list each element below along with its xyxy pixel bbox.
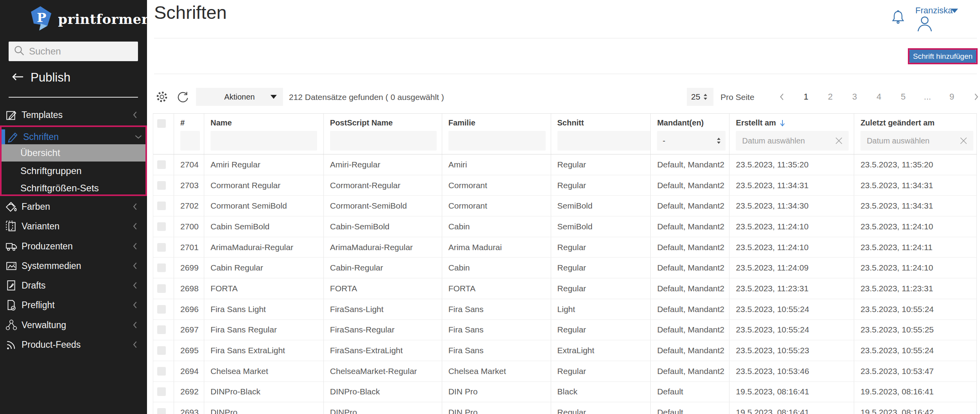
page-button-1[interactable]: 1 [794,89,818,104]
column-header-erstellt[interactable]: Erstellt am [736,118,854,127]
per-page-select[interactable]: 25 [687,88,713,106]
row-checkbox[interactable] [157,263,166,272]
sidebar-item-label: Drafts [22,280,45,291]
table-row: 2704Amiri RegularAmiri-RegularAmiriRegul… [153,154,977,175]
cell-geaendert: 23.5.2023, 11:24:11 [854,237,977,258]
column-header-name[interactable]: Name [211,118,323,127]
row-checkbox[interactable] [157,305,166,314]
sidebar-item-farben[interactable]: Farben [0,197,147,216]
page-button-4[interactable]: 4 [867,89,891,104]
column-header-geaendert[interactable]: Zuletzt geändert am [860,118,976,127]
date-filter-geaendert[interactable]: Datum auswählen [860,131,973,151]
row-checkbox[interactable] [157,284,166,293]
row-checkbox[interactable] [157,325,166,334]
page-button-2[interactable]: 2 [818,89,842,104]
page-button-5[interactable]: 5 [891,89,915,104]
sidebar-item-systemmedien[interactable]: Systemmedien [0,256,147,276]
cell-name: Amiri Regular [204,154,324,175]
sidebar-subitem-schriftgroessen-sets[interactable]: Schriftgrößen-Sets [2,180,145,197]
chevron-left-icon [132,261,138,270]
cell-erstellt: 19.5.2023, 08:16:41 [730,402,854,414]
cell-name: Cormorant SemiBold [204,196,324,216]
row-checkbox[interactable] [157,346,166,355]
cell-geaendert: 23.5.2023, 11:24:10 [854,258,977,278]
page-button-3[interactable]: 3 [842,89,867,104]
refresh-icon[interactable] [176,90,189,105]
sort-descending-icon [779,119,786,127]
dropdown-caret-icon [270,95,277,99]
sidebar-subitem-uebersicht[interactable]: Übersicht [2,144,145,162]
sidebar-item-varianten[interactable]: Varianten [0,216,147,236]
column-header-id[interactable]: # [180,118,204,127]
sidebar-item-label: Systemmedien [22,261,81,271]
variants-icon [5,220,17,232]
row-checkbox[interactable] [157,243,166,252]
page-button-9[interactable]: 9 [940,89,964,104]
next-page-icon[interactable] [964,89,980,104]
user-avatar-icon[interactable] [916,15,933,34]
fonts-table: # Name PostScript Name Familie Schnitt M… [153,113,977,414]
cell-name: Fira Sans Regular [204,320,324,340]
table-header-row: # Name PostScript Name Familie Schnitt M… [153,114,977,154]
filter-input-familie[interactable] [448,131,546,151]
select-all-checkbox[interactable] [157,119,166,128]
sidebar-item-product-feeds[interactable]: Product-Feeds [0,335,147,354]
cell-id: 2704 [174,154,204,175]
row-checkbox[interactable] [157,367,166,376]
table-row: 2703Cormorant RegularCormorant-RegularCo… [153,175,977,196]
row-checkbox[interactable] [157,408,166,414]
sidebar-item-produzenten[interactable]: Produzenten [0,236,147,256]
mandant-filter-value: - [662,136,717,145]
prev-page-icon[interactable] [769,89,794,104]
filter-input-name[interactable] [211,131,317,151]
date-filter-erstellt[interactable]: Datum auswählen [736,131,849,151]
filter-input-postscript[interactable] [330,131,437,151]
sidebar-item-schriften[interactable]: Schriften [2,128,145,146]
column-header-mandant[interactable]: Mandant(en) [657,118,729,127]
sidebar-item-templates[interactable]: Templates [0,105,147,125]
sidebar-item-verwaltung[interactable]: Verwaltung [0,315,147,335]
logo[interactable]: P printformer [30,5,149,33]
cell-id: 2696 [174,299,204,320]
search-icon [13,45,25,58]
row-checkbox[interactable] [157,181,166,190]
sidebar-item-drafts[interactable]: Drafts [0,276,147,295]
pdf-icon [5,280,17,291]
row-checkbox[interactable] [157,160,166,169]
filter-input-id[interactable] [180,131,200,151]
user-menu[interactable]: Franziska [915,5,953,16]
clear-x-icon[interactable] [959,136,968,145]
cell-mandant: Default, Mandant2 [651,278,730,299]
column-header-schnitt[interactable]: Schnitt [557,118,651,127]
row-checkbox[interactable] [157,387,166,396]
column-header-postscript[interactable]: PostScript Name [330,118,442,127]
back-arrow-icon [11,71,24,85]
main-content: Schriften Franziska Schrift hinzufügen A… [147,0,980,414]
templates-icon [5,109,17,121]
clear-x-icon[interactable] [835,136,843,145]
column-header-familie[interactable]: Familie [448,118,551,127]
gear-icon[interactable] [155,90,169,105]
search-input[interactable] [29,46,151,57]
cell-schnitt: Regular [551,402,651,414]
add-font-button[interactable]: Schrift hinzufügen [909,50,976,63]
actions-dropdown[interactable]: Aktionen [196,88,283,106]
user-caret-icon[interactable] [951,9,958,13]
cell-name: Chelsea Market [204,361,324,381]
row-checkbox[interactable] [157,202,166,210]
filter-select-mandant[interactable]: - [657,131,726,151]
cell-id: 2692 [174,382,204,402]
cell-geaendert: 23.5.2023, 11:34:31 [854,175,977,196]
notifications-bell-icon[interactable] [891,9,905,27]
cell-id: 2702 [174,196,204,216]
filter-input-schnitt[interactable] [557,131,651,151]
page-title: Schriften [154,2,227,23]
pagination: 12345...9 [769,89,980,104]
cell-erstellt: 23.5.2023, 10:55:24 [730,320,854,340]
back-publish-link[interactable]: Publish [11,71,71,85]
sidebar-item-preflight[interactable]: Preflight [0,295,147,315]
paint-bucket-icon [5,201,17,212]
row-checkbox[interactable] [157,222,166,231]
table-row: 2694Chelsea MarketChelseaMarket-RegularC… [153,361,977,382]
sidebar-subitem-schriftgruppen[interactable]: Schriftgruppen [2,162,145,180]
